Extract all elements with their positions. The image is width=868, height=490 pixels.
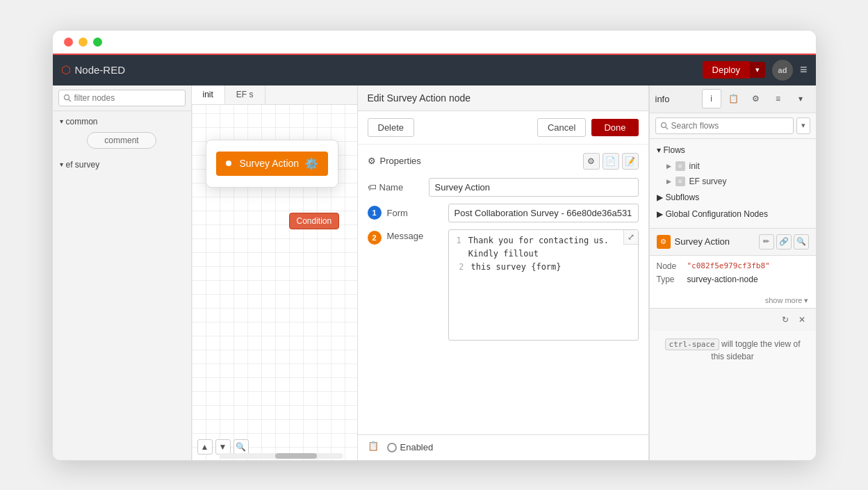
traffic-light-yellow[interactable] bbox=[79, 38, 88, 47]
line-content-1: Thank you for contacting us. Kindly fill… bbox=[468, 234, 634, 261]
rs-search-container: ▾ bbox=[650, 113, 816, 139]
left-sidebar: ▾ common comment ▾ ef survey bbox=[53, 85, 192, 460]
edit-panel-footer: 📋 Enabled bbox=[358, 434, 648, 460]
nip-footer-close-btn[interactable]: ✕ bbox=[795, 313, 809, 327]
nip-node-value: "c082f5e979cf3fb8" bbox=[687, 261, 770, 271]
window-frame: ⬡ Node-RED Deploy ▾ ad ≡ ▾ common bbox=[52, 30, 817, 461]
props-icon-doc[interactable]: 📄 bbox=[603, 153, 619, 170]
chevron-icon-ef: ▶ bbox=[666, 178, 671, 185]
subflows-header[interactable]: ▶ Subflows bbox=[650, 189, 816, 206]
enabled-radio[interactable] bbox=[387, 443, 397, 452]
enabled-label: Enabled bbox=[400, 442, 434, 452]
name-label: 🏷 Name bbox=[368, 182, 423, 193]
hamburger-menu-button[interactable]: ≡ bbox=[800, 63, 808, 77]
code-line-2: 2 this survey {form} bbox=[453, 261, 634, 274]
canvas-controls: ▲ ▼ 🔍 bbox=[197, 439, 249, 455]
form-input[interactable] bbox=[448, 204, 639, 222]
flow-icon-init: ≡ bbox=[675, 161, 685, 171]
show-more-button[interactable]: show more ▾ bbox=[650, 293, 816, 308]
edit-panel-actions: Delete Cancel Done bbox=[358, 111, 648, 145]
search-dropdown-button[interactable]: ▾ bbox=[796, 117, 810, 134]
avatar[interactable]: ad bbox=[772, 60, 793, 81]
chevron-down-icon: ▾ bbox=[60, 117, 63, 125]
horizontal-scrollbar[interactable] bbox=[220, 453, 343, 459]
line-content-2: this survey {form} bbox=[471, 261, 562, 274]
flows-section: ▾ Flows ▶ ≡ init ▶ ≡ EF survey ▶ bbox=[650, 139, 816, 225]
chevron-right-subflows: ▶ bbox=[657, 193, 663, 202]
nip-type-value: survey-action-node bbox=[687, 275, 758, 284]
node-port-left bbox=[226, 161, 231, 166]
delete-button[interactable]: Delete bbox=[368, 118, 415, 137]
search-canvas-button[interactable]: 🔍 bbox=[234, 439, 249, 455]
canvas-node-condition[interactable]: Condition bbox=[289, 213, 340, 229]
tab-info-icon[interactable]: i bbox=[702, 89, 721, 108]
name-input[interactable] bbox=[429, 178, 639, 197]
props-icon-description[interactable]: 📝 bbox=[622, 153, 639, 170]
right-sidebar: info i 📋 ⚙ ≡ ▾ ▾ ▾ Flows bbox=[649, 85, 816, 460]
nip-type-row: Type survey-action-node bbox=[657, 275, 809, 284]
sidebar-section-common-label: common bbox=[66, 117, 98, 126]
info-tab-label: info bbox=[655, 94, 670, 104]
done-button[interactable]: Done bbox=[591, 119, 638, 136]
cancel-button[interactable]: Cancel bbox=[537, 118, 586, 137]
zoom-up-button[interactable]: ▲ bbox=[197, 439, 213, 455]
nip-footer-refresh-btn[interactable]: ↻ bbox=[778, 313, 792, 327]
editor-btn-fullscreen[interactable]: ⤢ bbox=[624, 230, 638, 245]
message-circle-indicator: 2 bbox=[368, 231, 382, 245]
sidebar-section-ef-survey-label: ef survey bbox=[66, 160, 100, 170]
zoom-down-button[interactable]: ▼ bbox=[215, 439, 231, 455]
traffic-light-green[interactable] bbox=[93, 38, 102, 47]
nip-node-key: Node bbox=[657, 261, 682, 271]
title-bar bbox=[53, 31, 816, 54]
traffic-light-red[interactable] bbox=[64, 38, 73, 47]
scrollbar-thumb[interactable] bbox=[275, 453, 317, 459]
deploy-button[interactable]: Deploy bbox=[703, 61, 750, 79]
flows-header[interactable]: ▾ Flows bbox=[650, 142, 816, 158]
right-sidebar-tabs: info i 📋 ⚙ ≡ ▾ bbox=[650, 85, 816, 113]
survey-action-node-tooltip[interactable]: Survey Action ⚙️ bbox=[216, 152, 329, 176]
line-num-2: 2 bbox=[453, 261, 464, 274]
node-item-comment: comment bbox=[53, 129, 191, 152]
flow-item-ef-survey[interactable]: ▶ ≡ EF survey bbox=[650, 174, 816, 189]
chevron-right-global: ▶ bbox=[657, 209, 663, 219]
nip-search-btn[interactable]: 🔍 bbox=[794, 234, 809, 250]
chevron-icon-init: ▶ bbox=[666, 163, 671, 170]
tab-clipboard-icon[interactable]: 📋 bbox=[724, 89, 744, 108]
gear-icon-props: ⚙ bbox=[368, 156, 376, 166]
chevron-right-icon: ▾ bbox=[657, 145, 661, 155]
tab-list-icon[interactable]: ≡ bbox=[769, 89, 788, 108]
tab-more-icon[interactable]: ▾ bbox=[791, 89, 810, 108]
filter-nodes-container bbox=[53, 85, 191, 111]
nip-edit-btn[interactable]: ✏ bbox=[759, 234, 774, 250]
flow-item-init[interactable]: ▶ ≡ init bbox=[650, 158, 816, 174]
sidebar-section-common-header[interactable]: ▾ common bbox=[53, 114, 191, 129]
footer-icon-btn[interactable]: 📋 bbox=[368, 441, 382, 455]
global-config-header[interactable]: ▶ Global Configuration Nodes bbox=[650, 206, 816, 222]
enabled-check[interactable]: Enabled bbox=[387, 442, 434, 452]
survey-action-label: Survey Action bbox=[240, 158, 300, 169]
sidebar-section-common: ▾ common comment bbox=[53, 111, 191, 154]
nip-link-btn[interactable]: 🔗 bbox=[776, 234, 792, 250]
nip-body: Node "c082f5e979cf3fb8" Type survey-acti… bbox=[650, 256, 816, 293]
tab-ef-survey[interactable]: EF s bbox=[225, 85, 265, 104]
message-editor[interactable]: 1 Thank you for contacting us. Kindly fi… bbox=[448, 229, 639, 341]
node-info-panel: ⚙ Survey Action ✏ 🔗 🔍 Node "c082f5e979cf… bbox=[650, 228, 816, 331]
tab-settings-icon[interactable]: ⚙ bbox=[746, 89, 766, 108]
message-label: Message bbox=[387, 229, 443, 241]
global-config-label: Global Configuration Nodes bbox=[666, 209, 768, 219]
main-area: ▾ common comment ▾ ef survey bbox=[53, 85, 816, 460]
flows-label: Flows bbox=[664, 145, 685, 155]
nip-toolbar: ✏ 🔗 🔍 bbox=[759, 234, 809, 250]
props-icon-settings[interactable]: ⚙ bbox=[583, 153, 600, 170]
top-nav: ⬡ Node-RED Deploy ▾ ad ≡ bbox=[53, 55, 816, 85]
tab-init[interactable]: init bbox=[192, 85, 225, 104]
search-flows-input[interactable] bbox=[655, 117, 794, 134]
nip-node-icon: ⚙ bbox=[657, 235, 671, 249]
props-icons: ⚙ 📄 📝 bbox=[583, 153, 639, 170]
nav-logo: ⬡ Node-RED bbox=[61, 63, 126, 76]
filter-nodes-input[interactable] bbox=[58, 90, 186, 106]
deploy-dropdown-button[interactable]: ▾ bbox=[750, 62, 765, 78]
sidebar-section-ef-survey-header[interactable]: ▾ ef survey bbox=[53, 157, 191, 172]
canvas-area[interactable]: init EF s Survey Action ⚙️ Survey I bbox=[192, 85, 357, 460]
comment-node[interactable]: comment bbox=[87, 132, 156, 149]
